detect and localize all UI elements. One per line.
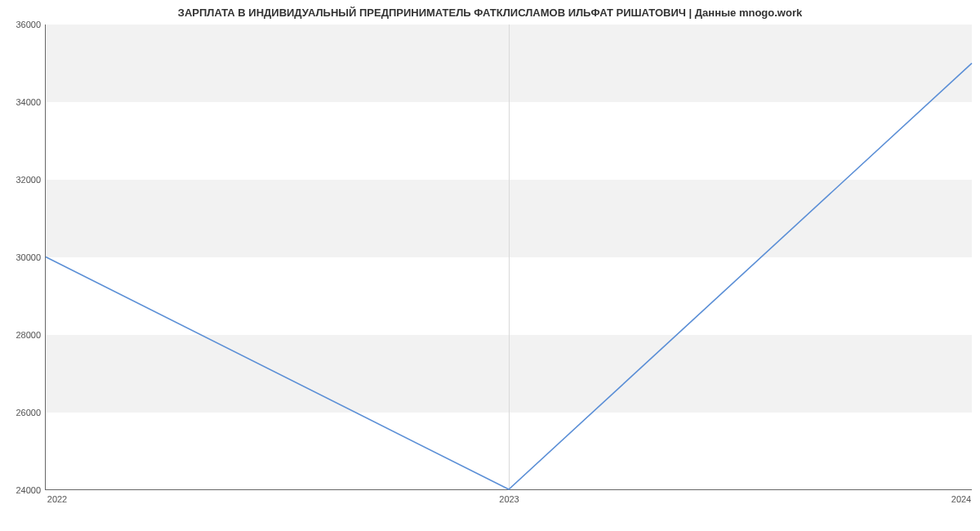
chart-title: ЗАРПЛАТА В ИНДИВИДУАЛЬНЫЙ ПРЕДПРИНИМАТЕЛ… bbox=[0, 7, 980, 19]
x-tick-label: 2022 bbox=[47, 489, 67, 504]
y-tick-label: 34000 bbox=[9, 97, 46, 107]
x-tick-label: 2024 bbox=[951, 489, 971, 504]
y-tick-label: 24000 bbox=[9, 485, 46, 495]
y-tick-label: 32000 bbox=[9, 175, 46, 185]
y-tick-label: 28000 bbox=[9, 330, 46, 340]
line-series bbox=[46, 25, 972, 489]
y-tick-label: 26000 bbox=[9, 408, 46, 417]
plot-area: 2400026000280003000032000340003600020222… bbox=[45, 25, 972, 490]
x-tick-label: 2023 bbox=[499, 489, 519, 504]
y-tick-label: 30000 bbox=[9, 252, 46, 262]
y-tick-label: 36000 bbox=[9, 20, 46, 29]
